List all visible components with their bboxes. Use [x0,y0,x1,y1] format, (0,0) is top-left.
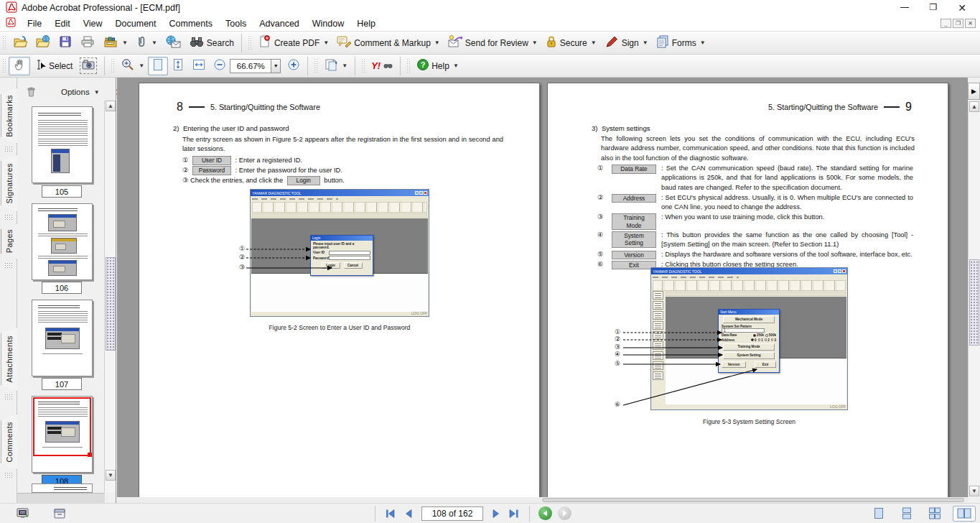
menu-help[interactable]: Help [350,17,382,30]
open-web-page-button[interactable] [32,34,55,52]
horizontal-scrollbar[interactable] [117,497,968,503]
page-number-box-107[interactable]: 107 [42,378,82,390]
single-page-button[interactable] [869,506,889,522]
select-tool-button[interactable]: Select [30,57,76,75]
thumbnail-page-105[interactable] [32,106,93,183]
scroll-up-icon[interactable]: ▲ [969,101,979,112]
toolbar-grip[interactable] [406,58,410,74]
facing-pages-button[interactable] [953,506,976,522]
menu-document[interactable]: Document [109,17,163,30]
menu-advanced[interactable]: Advanced [253,17,306,30]
dropdown-arrow-icon: ▼ [139,63,144,69]
snapshot-tool-button[interactable] [76,57,101,75]
next-view-button[interactable] [555,506,574,522]
continuous-button[interactable] [897,506,917,522]
thumbnail-page-108[interactable] [32,396,93,473]
tab-signatures[interactable]: Signatures [1,154,17,212]
fit-page-icon [172,57,185,74]
screen-mode-button[interactable] [13,506,33,522]
doc-minimize-icon[interactable]: _ [941,19,951,28]
document-pane[interactable]: 8 5. Starting/Quitting the Software 2) E… [117,78,968,497]
scroll-down-icon[interactable]: ▼ [969,486,979,496]
toolbar-grip[interactable] [2,58,6,74]
page-number-input[interactable]: 108 of 162 [421,506,483,521]
panel-expander-button[interactable]: ▶ [968,83,980,100]
tab-bookmarks[interactable]: Bookmarks [1,88,17,144]
zoom-dropdown-icon[interactable]: ▼ [271,59,281,73]
yahoo-search-button[interactable]: Y! [368,57,396,75]
fit-width-button[interactable] [188,57,210,75]
print-button[interactable] [76,34,99,52]
zoom-level-input[interactable]: 66.67% [230,59,271,73]
help-button[interactable]: ?Help▼ [413,57,462,75]
tab-comments[interactable]: Comments [1,414,17,470]
organizer-button[interactable]: ▼ [99,34,131,52]
zoom-in-button[interactable] [284,57,304,75]
tab-grip[interactable] [4,262,13,269]
forms-button[interactable]: Forms▼ [652,34,709,52]
toolbar-grip[interactable] [314,58,317,74]
previous-view-button[interactable] [536,506,555,522]
hand-tool-button[interactable] [9,57,30,75]
tab-pages[interactable]: Pages [1,223,17,260]
page-number-box-105[interactable]: 105 [42,185,82,198]
send-for-review-button[interactable]: Send for Review▼ [444,34,541,52]
actual-size-button[interactable] [148,57,168,75]
thumbnail-page-106[interactable] [32,203,93,280]
sign-button[interactable]: Sign▼ [600,34,652,52]
tab-grip[interactable] [4,472,13,478]
view-box-handle[interactable] [88,453,92,457]
menu-tools[interactable]: Tools [219,17,253,30]
attach-button[interactable]: ▼ [131,34,161,52]
toolbar-grip[interactable] [111,58,114,74]
menu-file[interactable]: File [21,17,48,30]
open-button[interactable] [9,34,32,52]
save-button[interactable] [55,34,76,52]
page-number-box-106[interactable]: 106 [42,282,82,294]
minimize-icon[interactable]: — [900,2,910,14]
tab-attachments[interactable]: Attachments [1,327,17,392]
email-button[interactable] [161,34,185,52]
zoom-tool-button[interactable]: ▼ [117,57,148,75]
continuous-facing-button[interactable] [925,506,945,522]
menu-window[interactable]: Window [306,17,350,30]
toolbar-grip[interactable] [248,35,251,51]
document-scrollbar-thumb[interactable] [969,259,979,346]
close-icon[interactable]: ✕ [957,2,967,14]
scroll-up-icon[interactable]: ▲ [106,101,116,111]
page-view-box[interactable] [33,397,91,456]
thumbnail-page-107[interactable] [32,300,93,376]
horizontal-scrollbar-thumb[interactable] [542,498,964,502]
secure-button[interactable]: Secure▼ [541,34,600,52]
fit-page-button[interactable] [168,57,188,75]
zoom-out-button[interactable] [210,57,230,75]
next-page-button[interactable] [487,506,505,522]
trash-icon[interactable] [26,85,37,98]
menu-view[interactable]: View [77,17,109,30]
panel-scrollbar-thumb[interactable] [106,257,116,351]
toolbar-grip[interactable] [2,35,6,51]
search-button[interactable]: Search [185,34,238,52]
previous-page-button[interactable] [400,506,417,522]
thumbnail-page-109[interactable] [32,483,93,493]
document-scrollbar[interactable]: ▲ ▼ [968,101,980,497]
paper-metaphor-button[interactable] [50,506,69,522]
tab-grip[interactable] [4,394,13,400]
options-menu-button[interactable]: Options▼ [61,88,100,96]
tab-grip[interactable] [4,214,13,221]
panel-bottom-strip [17,493,105,503]
create-pdf-button[interactable]: Create PDF▼ [254,34,332,52]
page-display-button[interactable]: ▼ [320,57,351,75]
toolbar-grip[interactable] [361,58,365,74]
tab-grip[interactable] [4,146,13,152]
doc-close-icon[interactable]: ✕ [965,19,976,28]
scroll-down-icon[interactable]: ▼ [106,470,116,481]
restore-icon[interactable]: ❐ [928,2,938,14]
first-page-button[interactable] [381,506,400,522]
panel-scrollbar[interactable]: ▲ ▼ [104,101,116,492]
comment-markup-button[interactable]: Comment & Markup▼ [332,34,444,52]
doc-restore-icon[interactable]: ❐ [953,19,963,28]
menu-comments[interactable]: Comments [163,17,219,30]
menu-edit[interactable]: Edit [48,17,77,30]
last-page-button[interactable] [505,506,523,522]
